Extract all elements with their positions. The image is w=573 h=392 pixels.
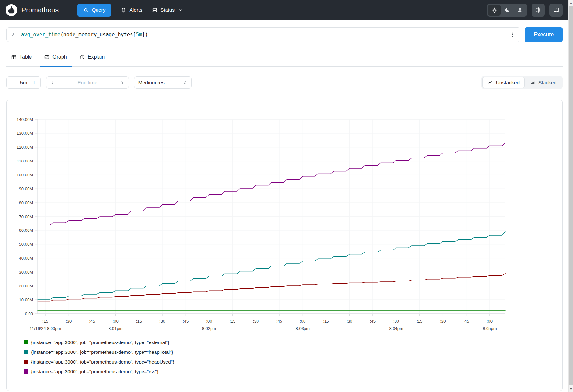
theme-toggle-group [487, 4, 527, 17]
theme-light-button[interactable] [488, 5, 501, 16]
graph-panel: 0.0010.00M20.00M30.00M40.00M50.00M60.00M… [6, 100, 563, 391]
svg-text::15: :15 [42, 319, 48, 324]
resolution-select[interactable]: Medium res. [134, 76, 192, 89]
nav-alerts-label: Alerts [129, 7, 142, 13]
svg-text:140.00M: 140.00M [17, 117, 33, 122]
svg-text:110.00M: 110.00M [17, 159, 33, 163]
chevron-right-icon[interactable] [120, 80, 125, 85]
svg-text:8:02pm: 8:02pm [202, 326, 216, 331]
user-icon [517, 7, 523, 13]
scrollbar-thumb[interactable] [569, 6, 573, 385]
svg-text:50.00M: 50.00M [19, 242, 33, 247]
legend-label: {instance="app:3000", job="prometheus-de… [31, 359, 174, 364]
nav-status-dropdown[interactable]: Status [152, 7, 183, 13]
chevron-left-icon[interactable] [50, 80, 55, 85]
svg-text::30: :30 [159, 319, 165, 324]
search-icon [83, 7, 89, 13]
legend-item[interactable]: {instance="app:3000", job="prometheus-de… [24, 340, 562, 345]
svg-text:80.00M: 80.00M [19, 200, 33, 205]
svg-text:120.00M: 120.00M [17, 145, 33, 150]
execute-button[interactable]: Execute [525, 27, 563, 42]
legend-label: {instance="app:3000", job="prometheus-de… [31, 349, 173, 355]
tab-table[interactable]: Table [6, 49, 36, 67]
tab-graph[interactable]: Graph [40, 49, 71, 67]
svg-text::45: :45 [370, 319, 376, 324]
tab-explain-label: Explain [88, 54, 105, 60]
stacked-area-icon [530, 80, 535, 85]
line-chart-icon [487, 80, 493, 85]
svg-text::45: :45 [276, 319, 282, 324]
book-icon [553, 7, 559, 13]
svg-text::45: :45 [464, 319, 469, 324]
svg-text:70.00M: 70.00M [19, 214, 33, 219]
svg-text:8:01pm: 8:01pm [109, 326, 122, 331]
svg-text::00: :00 [393, 319, 399, 324]
tab-table-label: Table [19, 54, 32, 60]
sun-icon [491, 7, 498, 13]
svg-text::30: :30 [347, 319, 352, 324]
svg-text::30: :30 [66, 319, 72, 324]
range-decrease-button[interactable]: − [11, 80, 16, 86]
nav-query-button[interactable]: Query [77, 4, 111, 17]
tab-graph-label: Graph [52, 54, 67, 60]
svg-text:90.00M: 90.00M [19, 186, 33, 191]
nav-alerts-button[interactable]: Alerts [121, 7, 142, 13]
svg-text::15: :15 [417, 319, 422, 324]
scrollbar-up-arrow[interactable]: ▲ [569, 1, 573, 5]
tab-explain[interactable]: Explain [75, 49, 109, 67]
svg-text::45: :45 [183, 319, 189, 324]
legend-item[interactable]: {instance="app:3000", job="prometheus-de… [24, 369, 562, 374]
svg-text:30.00M: 30.00M [19, 270, 33, 274]
svg-text::30: :30 [440, 319, 446, 324]
range-value[interactable]: 5m [20, 80, 27, 85]
range-increase-button[interactable]: + [32, 80, 37, 86]
brand[interactable]: Prometheus [5, 4, 59, 16]
docs-button[interactable] [549, 4, 563, 17]
legend-swatch [24, 360, 28, 364]
gear-icon [535, 7, 542, 13]
svg-text::00: :00 [300, 319, 305, 324]
nav-query-label: Query [92, 7, 105, 13]
svg-text::15: :15 [323, 319, 329, 324]
svg-text:60.00M: 60.00M [19, 228, 33, 233]
end-time-picker[interactable]: End time [46, 76, 129, 89]
legend-label: {instance="app:3000", job="prometheus-de… [31, 340, 169, 345]
svg-text::30: :30 [253, 319, 259, 324]
query-options-kebab-icon[interactable] [510, 32, 515, 38]
stacked-button[interactable]: Stacked [525, 77, 562, 88]
theme-system-button[interactable] [513, 5, 526, 16]
select-chevrons-icon [183, 80, 188, 85]
unstacked-button[interactable]: Unstacked [482, 77, 525, 88]
svg-text:0.00: 0.00 [25, 311, 33, 316]
legend-label: {instance="app:3000", job="prometheus-de… [31, 369, 158, 374]
end-time-placeholder[interactable]: End time [77, 80, 97, 85]
scrollbar-down-arrow[interactable]: ▼ [569, 387, 573, 391]
page-scrollbar[interactable]: ▲ ▼ [568, 0, 573, 392]
legend-item[interactable]: {instance="app:3000", job="prometheus-de… [24, 359, 562, 364]
query-expression-input[interactable]: avg_over_time(node_memory_usage_bytes[5m… [6, 27, 520, 42]
legend-item[interactable]: {instance="app:3000", job="prometheus-de… [24, 349, 562, 355]
chevron-down-icon [178, 8, 183, 12]
svg-text:100.00M: 100.00M [17, 173, 33, 177]
server-stack-icon [152, 7, 157, 13]
svg-text::00: :00 [113, 319, 119, 324]
graph-icon [44, 54, 50, 60]
time-series-chart[interactable]: 0.0010.00M20.00M30.00M40.00M50.00M60.00M… [7, 100, 562, 332]
result-tabs: Table Graph Explain [6, 49, 563, 67]
svg-text:10.00M: 10.00M [19, 297, 33, 302]
query-expression[interactable]: avg_over_time(node_memory_usage_bytes[5m… [21, 32, 506, 38]
theme-dark-button[interactable] [501, 5, 513, 16]
unstacked-label: Unstacked [496, 80, 520, 85]
table-icon [11, 54, 17, 60]
legend-swatch [24, 350, 28, 354]
stacking-toggle-group: Unstacked Stacked [481, 76, 563, 89]
stacked-label: Stacked [538, 80, 556, 85]
chart-legend: {instance="app:3000", job="prometheus-de… [24, 340, 562, 374]
terminal-prompt-icon [11, 32, 17, 38]
svg-text:130.00M: 130.00M [17, 131, 33, 136]
svg-text::45: :45 [89, 319, 95, 324]
brand-title: Prometheus [21, 6, 59, 14]
settings-button[interactable] [532, 4, 545, 17]
svg-text:20.00M: 20.00M [19, 284, 33, 288]
resolution-value: Medium res. [138, 80, 166, 85]
